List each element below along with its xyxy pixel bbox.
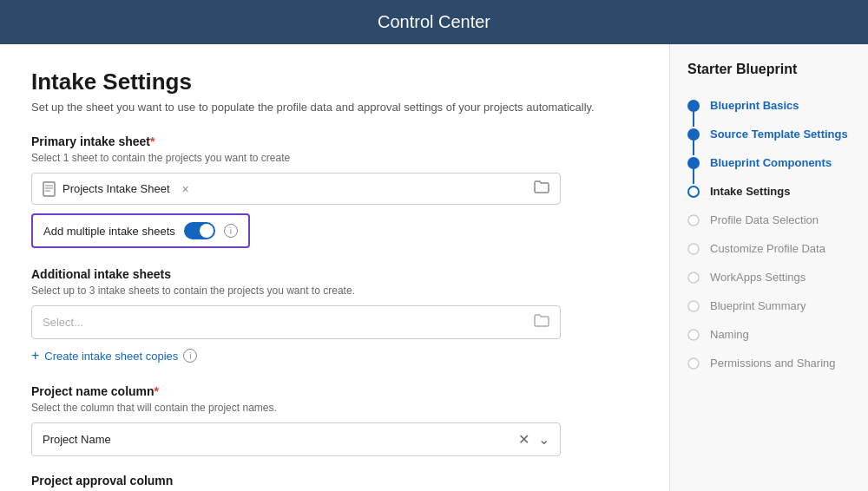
select-placeholder: Select... — [43, 316, 83, 329]
sidebar-item-customize-profile-data: Customize Profile Data — [670, 234, 868, 263]
sidebar-item-intake-settings[interactable]: Intake Settings — [670, 177, 868, 206]
svg-point-6 — [687, 157, 700, 169]
sheet-icon — [43, 181, 56, 197]
header-title: Control Center — [378, 12, 490, 31]
svg-point-4 — [687, 100, 700, 112]
project-name-desc: Select the column that will contain the … — [31, 402, 638, 414]
sidebar-item-label: Blueprint Components — [710, 156, 832, 169]
primary-intake-desc: Select 1 sheet to contain the projects y… — [31, 152, 638, 164]
svg-point-10 — [688, 272, 699, 283]
step-dot — [687, 214, 700, 226]
project-approval-label: Project approval column — [31, 474, 638, 488]
project-name-column-label: Project name column* — [31, 384, 638, 398]
svg-point-13 — [688, 358, 699, 369]
project-name-required: * — [155, 384, 159, 398]
sidebar-item-label: Intake Settings — [710, 185, 790, 198]
selected-sheet-name: Projects Intake Sheet — [62, 182, 170, 195]
toggle-switch[interactable] — [184, 222, 215, 239]
primary-intake-label: Primary intake sheet* — [31, 134, 638, 148]
sidebar-item-label: Blueprint Basics — [710, 99, 799, 112]
sidebar-item-permissions-and-sharing: Permissions and Sharing — [670, 349, 868, 377]
toggle-info-icon[interactable]: i — [224, 224, 238, 238]
svg-point-9 — [688, 244, 699, 254]
svg-point-11 — [688, 301, 699, 311]
sidebar-item-label: Blueprint Summary — [710, 299, 806, 312]
sidebar-item-source-template-settings[interactable]: Source Template Settings — [670, 120, 868, 148]
additional-intake-select[interactable]: Select... — [31, 305, 561, 339]
step-dot — [687, 329, 700, 341]
project-name-value: Project Name — [43, 433, 111, 446]
sidebar-items-list: Blueprint BasicsSource Template Settings… — [670, 91, 868, 377]
chevron-down-icon[interactable]: ⌄ — [538, 431, 549, 448]
additional-intake-desc: Select up to 3 intake sheets to contain … — [31, 285, 638, 297]
step-dot — [687, 272, 700, 284]
step-dot — [687, 357, 700, 370]
content-area: Intake Settings Set up the sheet you wan… — [0, 44, 670, 491]
step-dot — [687, 128, 700, 141]
sidebar-item-label: Customize Profile Data — [710, 242, 825, 255]
svg-point-12 — [688, 330, 699, 340]
primary-intake-input[interactable]: Projects Intake Sheet × — [31, 173, 561, 205]
app-header: Control Center — [0, 0, 868, 44]
additional-intake-label: Additional intake sheets — [31, 267, 638, 281]
svg-point-7 — [688, 187, 699, 197]
step-dot — [687, 186, 700, 198]
folder-icon-select[interactable] — [534, 314, 549, 331]
sidebar-item-blueprint-basics[interactable]: Blueprint Basics — [670, 91, 868, 120]
step-dot — [687, 157, 700, 169]
svg-point-8 — [688, 215, 699, 226]
step-dot — [687, 100, 700, 112]
sidebar-item-workapps-settings: WorkApps Settings — [670, 263, 868, 291]
required-star: * — [150, 134, 155, 148]
sidebar: Starter Blueprint Blueprint BasicsSource… — [670, 44, 868, 491]
sidebar-item-label: WorkApps Settings — [710, 271, 806, 284]
sidebar-item-blueprint-summary: Blueprint Summary — [670, 291, 868, 320]
sidebar-item-label: Permissions and Sharing — [710, 357, 836, 370]
create-intake-link[interactable]: + Create intake sheet copies i — [31, 348, 638, 363]
multiple-intake-toggle-row[interactable]: Add multiple intake sheets i — [31, 213, 250, 248]
create-link-label: Create intake sheet copies — [44, 350, 178, 363]
sidebar-title: Starter Blueprint — [670, 62, 868, 91]
create-link-info-icon[interactable]: i — [183, 349, 197, 363]
page-title: Intake Settings — [31, 69, 638, 95]
folder-icon[interactable] — [534, 180, 549, 197]
page-subtitle: Set up the sheet you want to use to popu… — [31, 101, 638, 114]
main-layout: Intake Settings Set up the sheet you wan… — [0, 44, 868, 491]
clear-icon[interactable]: ✕ — [518, 431, 529, 448]
sidebar-item-blueprint-components[interactable]: Blueprint Components — [670, 148, 868, 177]
svg-point-5 — [687, 128, 700, 141]
step-dot — [687, 243, 700, 255]
sidebar-item-label: Source Template Settings — [710, 128, 848, 141]
sidebar-item-profile-data-selection: Profile Data Selection — [670, 206, 868, 234]
sidebar-item-naming: Naming — [670, 320, 868, 349]
remove-sheet-button[interactable]: × — [182, 182, 189, 196]
sidebar-item-label: Profile Data Selection — [710, 213, 819, 226]
sidebar-item-label: Naming — [710, 328, 749, 341]
svg-rect-0 — [43, 182, 55, 196]
project-name-dropdown[interactable]: Project Name ✕ ⌄ — [31, 422, 561, 456]
step-dot — [687, 300, 700, 312]
toggle-label: Add multiple intake sheets — [43, 225, 175, 238]
